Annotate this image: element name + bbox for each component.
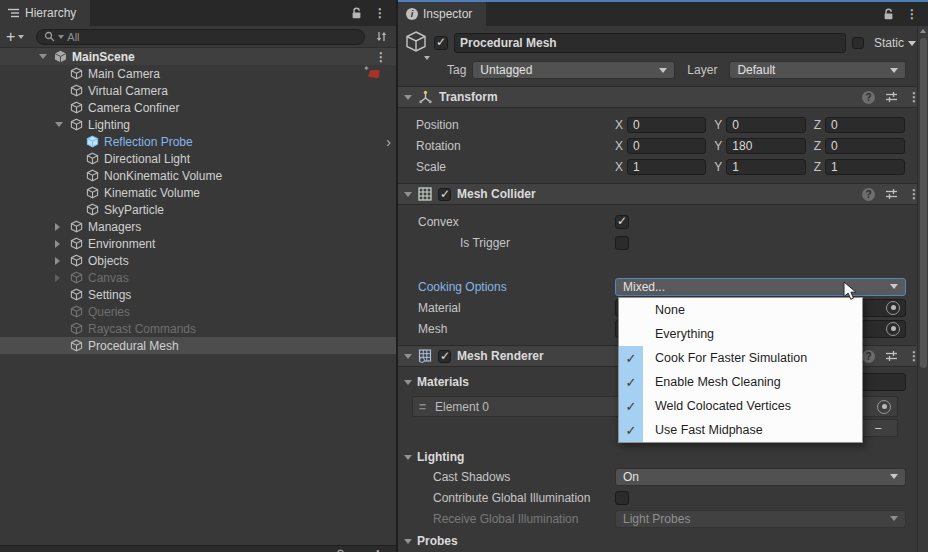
scrollbar-thumb[interactable] xyxy=(920,38,927,368)
gameobject-cube-icon[interactable] xyxy=(404,30,434,57)
panel-menu-icon[interactable] xyxy=(374,7,386,19)
hierarchy-item-label: Procedural Mesh xyxy=(88,339,179,353)
hierarchy-item[interactable]: Raycast Commands xyxy=(0,320,396,337)
hierarchy-item[interactable]: Lighting xyxy=(0,116,396,133)
rotation-x-field[interactable]: 0 xyxy=(627,138,706,154)
static-group[interactable]: Static xyxy=(846,36,928,50)
scroll-up-arrow-icon[interactable] xyxy=(918,26,928,36)
popup-item[interactable]: Everything xyxy=(619,322,862,346)
popup-item[interactable]: Enable Mesh Cleaning xyxy=(619,370,862,394)
hierarchy-item[interactable]: Managers xyxy=(0,218,396,235)
axis-x-label: X xyxy=(615,160,623,174)
position-x-field[interactable]: 0 xyxy=(627,117,706,133)
position-y-field[interactable]: 0 xyxy=(726,117,805,133)
component-enabled-checkbox[interactable] xyxy=(438,350,451,363)
popup-item[interactable]: Use Fast Midphase xyxy=(619,418,862,442)
transform-header[interactable]: Transform xyxy=(398,86,928,108)
mesh-label: Mesh xyxy=(418,322,615,336)
presets-icon[interactable] xyxy=(885,188,898,200)
popup-item-label: Enable Mesh Cleaning xyxy=(655,375,781,389)
hierarchy-item[interactable]: NonKinematic Volume xyxy=(0,167,396,184)
foldout-arrow-icon[interactable] xyxy=(404,95,412,100)
contribute-gi-checkbox[interactable] xyxy=(615,491,629,505)
cast-shadows-dropdown[interactable]: On xyxy=(615,468,906,486)
row-adornment-icon[interactable] xyxy=(365,68,381,80)
foldout-arrow-icon[interactable] xyxy=(55,122,70,127)
hierarchy-item[interactable]: Camera Confiner xyxy=(0,99,396,116)
foldout-arrow-icon[interactable] xyxy=(404,380,412,385)
position-z-field[interactable]: 0 xyxy=(825,117,905,133)
help-icon[interactable] xyxy=(862,188,875,201)
hierarchy-item[interactable]: Queries xyxy=(0,303,396,320)
hierarchy-item[interactable]: Directional Light xyxy=(0,150,396,167)
hierarchy-item[interactable]: Settings xyxy=(0,286,396,303)
lighting-section-header[interactable]: Lighting xyxy=(398,448,928,466)
help-icon[interactable] xyxy=(862,91,875,104)
chevron-down-icon[interactable] xyxy=(908,41,916,46)
lock-icon[interactable] xyxy=(883,8,894,20)
help-icon[interactable] xyxy=(862,350,875,363)
foldout-arrow-icon[interactable] xyxy=(39,54,54,59)
foldout-arrow-icon[interactable] xyxy=(404,539,412,544)
static-checkbox[interactable] xyxy=(852,37,864,49)
hierarchy-item[interactable]: MainScene xyxy=(0,48,396,65)
inspector-tabbar: Inspector xyxy=(398,2,928,26)
static-label: Static xyxy=(874,36,904,50)
row-adornment-icon[interactable] xyxy=(386,134,391,150)
hierarchy-item[interactable]: SkyParticle xyxy=(0,201,396,218)
foldout-arrow-icon[interactable] xyxy=(55,274,70,282)
presets-icon[interactable] xyxy=(885,91,898,103)
cooking-options-dropdown[interactable]: Mixed... xyxy=(615,278,906,296)
sort-order-button[interactable] xyxy=(375,30,388,43)
remove-element-button[interactable]: − xyxy=(874,422,882,435)
panel-menu-icon[interactable] xyxy=(906,8,918,20)
popup-item[interactable]: Cook For Faster Simulation xyxy=(619,346,862,370)
rotation-z-field[interactable]: 0 xyxy=(825,138,905,154)
tab-hierarchy[interactable]: Hierarchy xyxy=(0,0,90,26)
hierarchy-item[interactable]: Virtual Camera xyxy=(0,82,396,99)
chevron-down-icon xyxy=(890,516,898,521)
drag-handle-icon[interactable] xyxy=(419,400,425,414)
foldout-arrow-icon[interactable] xyxy=(404,455,412,460)
is-trigger-checkbox[interactable] xyxy=(615,236,629,250)
receive-gi-value: Light Probes xyxy=(623,512,690,526)
layer-dropdown[interactable]: Default xyxy=(729,61,906,79)
presets-icon[interactable] xyxy=(885,350,898,362)
search-input[interactable]: All xyxy=(36,29,365,45)
foldout-arrow-icon[interactable] xyxy=(55,240,70,248)
tab-inspector[interactable]: Inspector xyxy=(398,2,486,26)
foldout-arrow-icon[interactable] xyxy=(404,192,412,197)
active-checkbox[interactable] xyxy=(434,36,448,50)
hierarchy-item[interactable]: Kinematic Volume xyxy=(0,184,396,201)
probes-section-header[interactable]: Probes xyxy=(398,532,928,550)
create-button[interactable]: + xyxy=(6,30,24,44)
name-field[interactable]: Procedural Mesh xyxy=(454,33,846,53)
object-picker-icon[interactable] xyxy=(877,400,891,414)
hierarchy-item[interactable]: Main Camera xyxy=(0,65,396,82)
hierarchy-item[interactable]: Environment xyxy=(0,235,396,252)
lock-icon[interactable] xyxy=(351,7,362,19)
foldout-arrow-icon[interactable] xyxy=(55,257,70,265)
object-picker-icon[interactable] xyxy=(886,301,900,315)
chevron-down-icon xyxy=(659,68,667,73)
hierarchy-item[interactable]: Reflection Probe xyxy=(0,133,396,150)
mesh-collider-header[interactable]: Mesh Collider xyxy=(398,183,928,205)
popup-item[interactable]: Weld Colocated Vertices xyxy=(619,394,862,418)
inspector-scrollbar[interactable] xyxy=(917,26,928,552)
scale-x-field[interactable]: 1 xyxy=(627,159,706,175)
row-adornment-icon[interactable] xyxy=(375,50,387,64)
hierarchy-item[interactable]: Objects xyxy=(0,252,396,269)
foldout-arrow-icon[interactable] xyxy=(55,223,70,231)
scale-z-field[interactable]: 1 xyxy=(825,159,905,175)
convex-checkbox[interactable] xyxy=(615,215,629,229)
hierarchy-item[interactable]: Procedural Mesh xyxy=(0,337,396,354)
search-filter-caret-icon[interactable] xyxy=(58,35,64,39)
popup-item[interactable]: None xyxy=(619,298,862,322)
rotation-y-field[interactable]: 180 xyxy=(726,138,805,154)
component-enabled-checkbox[interactable] xyxy=(438,188,451,201)
foldout-arrow-icon[interactable] xyxy=(404,354,412,359)
scale-y-field[interactable]: 1 xyxy=(726,159,805,175)
object-picker-icon[interactable] xyxy=(886,322,900,336)
hierarchy-item[interactable]: Canvas xyxy=(0,269,396,286)
tag-dropdown[interactable]: Untagged xyxy=(472,61,675,79)
